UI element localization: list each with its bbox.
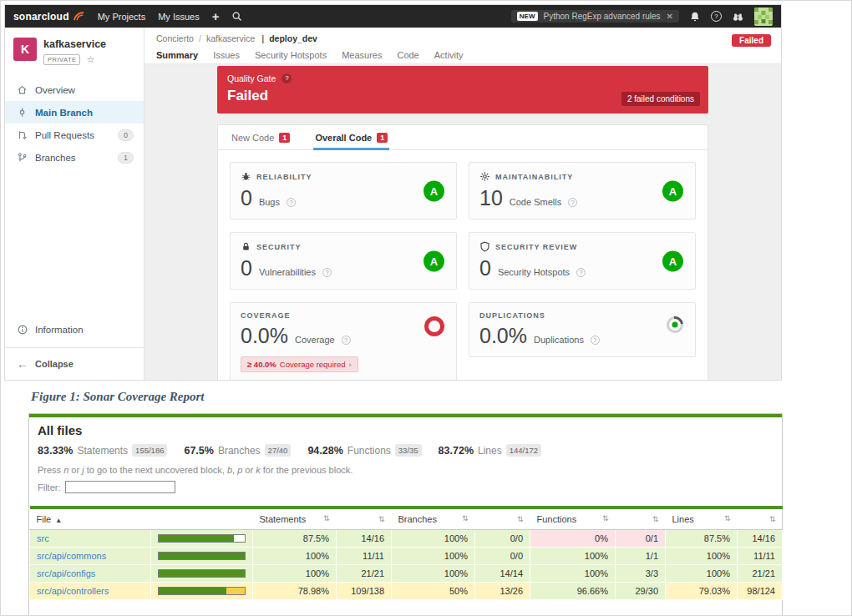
status-badge: Failed — [732, 34, 771, 47]
file-link[interactable]: src/api/controllers — [37, 586, 109, 596]
duplications-label: Duplications — [534, 335, 584, 345]
security-hotspots-value[interactable]: 0 — [479, 256, 491, 280]
tab-new-code[interactable]: New Code 1 — [230, 125, 292, 150]
help-icon[interactable] — [287, 198, 296, 207]
promo-text[interactable]: Python RegExp advanced rules — [544, 12, 661, 21]
chevron-right-icon — [348, 360, 351, 369]
file-link[interactable]: src/api/configs — [37, 568, 95, 578]
col-header-branches-raw[interactable] — [475, 507, 530, 530]
branches-raw-cell: 14/14 — [475, 565, 530, 583]
nav-my-projects[interactable]: My Projects — [98, 12, 145, 22]
bell-icon[interactable] — [689, 11, 701, 23]
breadcrumb-project[interactable]: kafkaservice — [206, 33, 255, 43]
branches-pct: 67.5% — [184, 445, 213, 457]
brand-name: sonarcloud — [13, 11, 69, 23]
sort-icon — [517, 515, 524, 523]
file-link[interactable]: src — [37, 533, 49, 543]
tab-activity[interactable]: Activity — [434, 50, 464, 65]
local-coverage-report: All files 83.33% Statements 155/186 67.5… — [28, 413, 783, 616]
vulnerabilities-label: Vulnerabilities — [259, 267, 316, 277]
search-icon[interactable] — [231, 11, 243, 23]
lines-raw-cell: 21/21 — [738, 565, 783, 583]
reliability-rating: A — [423, 180, 444, 201]
sonarcloud-logo[interactable]: sonarcloud — [13, 10, 85, 23]
nav-my-issues[interactable]: My Issues — [158, 12, 200, 22]
file-link[interactable]: src/api/commons — [37, 551, 106, 561]
coverage-required-warning[interactable]: ≥ 40.0% Coverage required — [241, 356, 358, 372]
coverage-table: File Statements Branches Functions Lines… — [29, 506, 783, 600]
tab-label: Overall Code — [315, 133, 372, 143]
code-smells-value[interactable]: 10 — [479, 186, 503, 210]
sort-icon — [462, 514, 469, 523]
sidebar-item-branches[interactable]: Branches 1 — [5, 146, 144, 169]
help-icon[interactable] — [576, 268, 586, 277]
binoculars-icon[interactable] — [732, 11, 744, 23]
coverage-ring-icon — [424, 316, 444, 336]
statements-raw-cell: 109/138 — [337, 583, 392, 600]
tile-coverage: COVERAGE 0.0% Coverage ≥ 40.0% Coverage … — [230, 302, 457, 380]
information-label: Information — [35, 325, 84, 335]
top-navbar: sonarcloud My Projects My Issues NEW Pyt… — [5, 5, 781, 28]
statements-pct-cell: 100% — [253, 565, 337, 583]
functions-pct-cell: 96.66% — [530, 583, 616, 600]
sidebar-item-main-branch[interactable]: Main Branch — [5, 101, 144, 124]
filter-input[interactable] — [65, 481, 175, 493]
col-header-lines-raw[interactable] — [738, 507, 783, 530]
filter-label: Filter: — [38, 482, 61, 492]
overview-card: New Code 1 Overall Code 1 — [217, 124, 708, 380]
security-rating: A — [423, 250, 444, 271]
table-row: src/api/commons 100% 11/11 100% 0/0 100%… — [30, 548, 783, 565]
help-icon[interactable] — [711, 11, 722, 22]
tab-code[interactable]: Code — [397, 50, 418, 65]
help-icon[interactable] — [591, 336, 600, 345]
help-icon[interactable] — [322, 268, 332, 277]
tab-issues[interactable]: Issues — [213, 50, 240, 65]
main-branch-icon — [17, 107, 28, 118]
statements-pct-cell: 87.5% — [253, 530, 337, 548]
file-cell: src/api/configs — [30, 565, 151, 583]
favorite-star-icon[interactable] — [86, 54, 94, 65]
plus-icon[interactable] — [212, 10, 220, 23]
branch-name[interactable]: deploy_dev — [269, 33, 317, 43]
branches-icon — [17, 152, 28, 163]
col-header-branches[interactable]: Branches — [392, 507, 475, 530]
quality-gate-help-icon[interactable] — [281, 73, 292, 83]
sort-icon — [378, 515, 385, 523]
sidebar-item-information[interactable]: Information — [5, 317, 144, 342]
lines-pct-cell: 87.5% — [666, 530, 738, 548]
collapse-button[interactable]: Collapse — [5, 348, 144, 380]
vulnerabilities-value[interactable]: 0 — [241, 256, 252, 280]
tab-measures[interactable]: Measures — [342, 50, 382, 65]
breadcrumb-org[interactable]: Concierto — [156, 33, 194, 43]
close-icon[interactable] — [667, 12, 673, 21]
shield-icon — [479, 241, 490, 252]
col-header-lines[interactable]: Lines — [666, 507, 738, 530]
sidebar-item-pull-requests[interactable]: Pull Requests 0 — [5, 124, 144, 146]
breadcrumb: Concierto / kafkaservice deploy_dev — [156, 33, 769, 43]
new-code-count: 1 — [279, 133, 290, 143]
user-avatar[interactable] — [754, 8, 773, 26]
functions-raw-cell: 29/30 — [616, 583, 666, 600]
col-header-functions-raw[interactable] — [616, 507, 666, 530]
tab-security-hotspots[interactable]: Security Hotspots — [255, 50, 327, 65]
tile-maintainability: MAINTAINABILITY 10 Code Smells A — [469, 162, 696, 220]
branch-icon — [261, 33, 264, 43]
bug-icon — [241, 171, 251, 182]
figure1-caption: Figure 1: Sonar Coverage Report — [31, 390, 851, 404]
coverage-bar — [158, 587, 246, 595]
duplications-value[interactable]: 0.0% — [479, 324, 527, 348]
col-header-file[interactable]: File — [30, 507, 151, 530]
quality-gate-label: Quality Gate — [227, 73, 276, 83]
help-icon[interactable] — [342, 336, 351, 345]
help-icon[interactable] — [568, 198, 577, 207]
tab-summary[interactable]: Summary — [156, 50, 198, 65]
coverage-value[interactable]: 0.0% — [241, 324, 288, 348]
col-header-statements-raw[interactable] — [337, 507, 392, 530]
functions-label: Functions — [347, 445, 391, 457]
col-header-statements[interactable]: Statements — [253, 507, 337, 530]
sidebar-item-label: Pull Requests — [35, 130, 110, 140]
sidebar-item-overview[interactable]: Overview — [5, 78, 144, 101]
tab-overall-code[interactable]: Overall Code 1 — [313, 125, 389, 150]
col-header-functions[interactable]: Functions — [530, 507, 616, 530]
bugs-value[interactable]: 0 — [241, 186, 252, 210]
